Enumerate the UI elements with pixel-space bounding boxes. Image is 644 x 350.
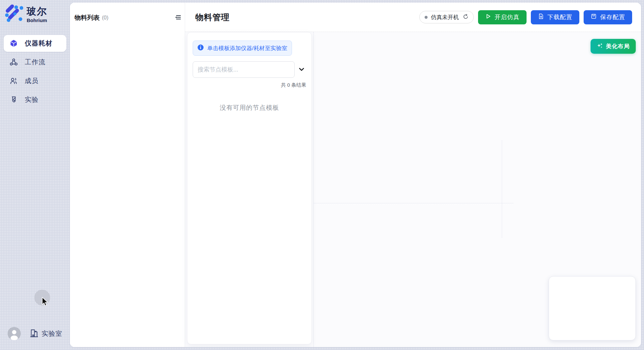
brand-name-en: Bohrium xyxy=(27,17,47,23)
template-empty-text: 没有可用的节点模板 xyxy=(193,103,306,112)
main-content-card: 物料列表 (0) 物料管理 仿真未开机 xyxy=(70,3,641,347)
sidebar-item-label: 成员 xyxy=(25,76,39,85)
beautify-layout-button[interactable]: 美化布局 xyxy=(591,39,636,54)
sidebar: 玻尔 Bohrium 仪器耗材 工作流 xyxy=(0,0,70,350)
workflow-icon xyxy=(10,58,17,66)
materials-list-count: (0) xyxy=(102,15,109,21)
refresh-icon xyxy=(463,14,468,20)
materials-list-panel: 物料列表 (0) xyxy=(70,3,185,347)
canvas-guide-line xyxy=(502,140,502,238)
lab-canvas[interactable]: 单击模板添加仪器/耗材至实验室 共 0 条结果 没有可用的节点模板 xyxy=(185,32,641,347)
lab-label: 实验室 xyxy=(42,329,62,338)
header-controls: 仿真未开机 xyxy=(419,10,632,24)
sparkles-icon xyxy=(597,43,603,50)
sidebar-item-label: 仪器耗材 xyxy=(25,39,52,48)
status-dot-icon xyxy=(425,16,428,19)
canvas-minimap[interactable] xyxy=(549,276,636,340)
collapse-panel-icon xyxy=(175,14,181,22)
simulation-status-pill[interactable]: 仿真未开机 xyxy=(419,11,474,23)
canvas-guide-line xyxy=(313,203,513,203)
simulation-status-label: 仿真未开机 xyxy=(431,14,459,21)
refresh-status-button[interactable] xyxy=(463,14,468,20)
sidebar-footer: 实验室 xyxy=(0,327,70,341)
members-icon xyxy=(10,77,17,85)
template-result-count: 共 0 条结果 xyxy=(193,82,306,88)
materials-list-header: 物料列表 (0) xyxy=(75,14,181,22)
chevron-down-icon xyxy=(298,65,306,74)
save-config-button[interactable]: 保存配置 xyxy=(584,10,632,24)
download-config-label: 下载配置 xyxy=(547,13,572,21)
sidebar-item-workflow[interactable]: 工作流 xyxy=(4,54,66,71)
sidebar-item-experiment[interactable]: 实验 xyxy=(4,91,66,108)
cube-icon xyxy=(10,40,17,47)
experiment-icon xyxy=(10,96,17,104)
node-template-panel: 单击模板添加仪器/耗材至实验室 共 0 条结果 没有可用的节点模板 xyxy=(187,32,312,344)
sidebar-item-members[interactable]: 成员 xyxy=(4,73,66,89)
download-config-button[interactable]: 下载配置 xyxy=(531,10,579,24)
building-icon xyxy=(30,328,39,339)
user-avatar[interactable] xyxy=(8,327,21,340)
sidebar-item-label: 实验 xyxy=(25,95,39,104)
main-area: 物料管理 仿真未开机 xyxy=(185,3,641,347)
sidebar-item-label: 工作流 xyxy=(25,58,46,67)
save-icon xyxy=(591,13,597,21)
beautify-layout-label: 美化布局 xyxy=(606,43,630,50)
start-simulation-button[interactable]: 开启仿真 xyxy=(478,10,527,24)
mouse-cursor xyxy=(42,297,49,308)
template-search-input[interactable] xyxy=(193,61,295,78)
page-title: 物料管理 xyxy=(195,12,230,23)
template-hint-banner: 单击模板添加仪器/耗材至实验室 xyxy=(193,41,292,56)
brand-logo: 玻尔 Bohrium xyxy=(5,4,47,23)
play-icon xyxy=(485,13,491,21)
sidebar-item-instruments[interactable]: 仪器耗材 xyxy=(4,35,66,52)
sidebar-nav: 仪器耗材 工作流 成员 xyxy=(4,35,66,110)
main-header: 物料管理 仿真未开机 xyxy=(185,3,641,32)
template-search-row xyxy=(193,61,306,78)
collapse-panel-button[interactable] xyxy=(174,14,181,21)
lab-switcher[interactable]: 实验室 xyxy=(30,328,62,339)
start-simulation-label: 开启仿真 xyxy=(495,13,520,21)
brand-name-zh: 玻尔 xyxy=(27,6,47,17)
expand-templates-button[interactable] xyxy=(297,65,306,74)
bohrium-logo-icon xyxy=(5,4,24,23)
info-icon xyxy=(197,44,204,52)
materials-list-title: 物料列表 xyxy=(75,14,100,22)
template-hint-text: 单击模板添加仪器/耗材至实验室 xyxy=(207,44,287,52)
canvas-guide-line xyxy=(313,32,314,347)
save-config-label: 保存配置 xyxy=(600,13,625,21)
file-download-icon xyxy=(538,13,544,21)
